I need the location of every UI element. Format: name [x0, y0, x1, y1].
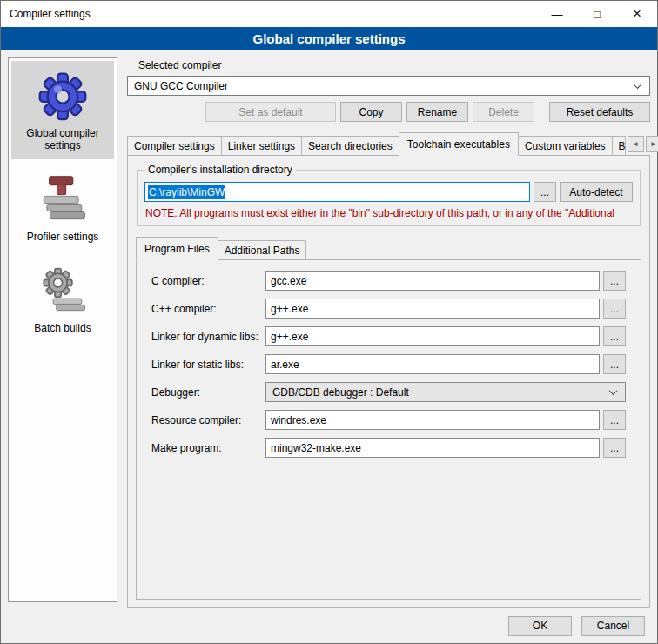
installation-directory-group: Compiler's installation directory C:\ray… — [137, 170, 641, 226]
program-files-section: Program Files Additional Paths C compile… — [136, 237, 641, 600]
close-icon[interactable]: × — [617, 1, 657, 27]
compiler-buttons-row: Set as default Copy Rename Delete Reset … — [127, 102, 650, 122]
toolchain-executables-panel: Compiler's installation directory C:\ray… — [127, 155, 650, 608]
maximize-icon[interactable]: □ — [577, 1, 617, 27]
tab-scroll-left-icon[interactable]: ◄ — [628, 136, 644, 152]
field-row-c-compiler: C compiler: ... — [151, 271, 626, 291]
page-title: Global compiler settings — [1, 27, 657, 50]
installation-directory-row: C:\raylib\MinGW ... Auto-detect — [144, 182, 633, 202]
rename-button[interactable]: Rename — [406, 102, 468, 122]
cancel-button[interactable]: Cancel — [581, 616, 645, 636]
sidebar: Global compiler settings Profiler settin… — [8, 57, 118, 602]
linker-dynamic-browse-button[interactable]: ... — [603, 326, 626, 346]
minimize-icon[interactable]: — — [537, 1, 577, 27]
field-row-linker-dynamic: Linker for dynamic libs: ... — [151, 326, 626, 346]
tab-toolchain-executables[interactable]: Toolchain executables — [399, 132, 519, 156]
linker-dynamic-label: Linker for dynamic libs: — [151, 331, 265, 343]
resource-compiler-input[interactable] — [265, 410, 600, 430]
linker-static-label: Linker for static libs: — [151, 359, 265, 371]
auto-detect-button[interactable]: Auto-detect — [560, 182, 633, 202]
reset-defaults-button[interactable]: Reset defaults — [549, 102, 650, 122]
field-row-debugger: Debugger: GDB/CDB debugger : Default — [151, 382, 626, 402]
selected-compiler-select[interactable]: GNU GCC Compiler — [127, 76, 650, 96]
main-tab-strip: Compiler settings Linker settings Search… — [127, 132, 650, 156]
selected-compiler-value: GNU GCC Compiler — [134, 80, 228, 92]
sidebar-item-batch-builds[interactable]: Batch builds — [11, 256, 114, 342]
c-compiler-browse-button[interactable]: ... — [603, 271, 626, 291]
blue-gear-icon — [37, 70, 88, 121]
field-row-cpp-compiler: C++ compiler: ... — [151, 299, 626, 319]
sidebar-item-label: Profiler settings — [27, 231, 99, 243]
copy-button[interactable]: Copy — [340, 102, 402, 122]
installation-note: NOTE: All programs must exist either in … — [145, 207, 633, 219]
main-area: Selected compiler GNU GCC Compiler Set a… — [127, 57, 650, 608]
gray-gears-icon — [37, 265, 88, 316]
field-row-make-program: Make program: ... — [151, 438, 626, 458]
tab-search-directories[interactable]: Search directories — [301, 136, 400, 156]
profiler-icon — [37, 174, 88, 225]
tab-scroll-arrows: ◄ ► — [625, 136, 658, 156]
resource-compiler-browse-button[interactable]: ... — [603, 410, 626, 430]
dialog-footer: OK Cancel — [1, 608, 657, 643]
subtab-program-files[interactable]: Program Files — [136, 237, 218, 260]
chevron-down-icon — [607, 386, 619, 399]
sidebar-item-label: Global compiler settings — [13, 127, 112, 151]
field-row-resource-compiler: Resource compiler: ... — [151, 410, 626, 430]
sub-tab-strip: Program Files Additional Paths — [136, 237, 641, 260]
make-program-input[interactable] — [265, 438, 600, 458]
sidebar-item-global-compiler-settings[interactable]: Global compiler settings — [11, 61, 114, 159]
resource-compiler-label: Resource compiler: — [151, 414, 265, 426]
c-compiler-input[interactable] — [265, 271, 600, 291]
tab-build-options[interactable]: Buil — [612, 136, 626, 156]
tab-scroll-right-icon[interactable]: ► — [646, 136, 658, 152]
tab-compiler-settings[interactable]: Compiler settings — [127, 136, 222, 156]
linker-dynamic-input[interactable] — [265, 326, 600, 346]
c-compiler-label: C compiler: — [151, 275, 265, 287]
installation-directory-group-title: Compiler's installation directory — [144, 164, 296, 176]
window-title: Compiler settings — [1, 8, 537, 20]
field-row-linker-static: Linker for static libs: ... — [151, 354, 626, 374]
tab-custom-variables[interactable]: Custom variables — [518, 136, 613, 156]
make-program-label: Make program: — [151, 442, 265, 454]
installation-directory-value: C:\raylib\MinGW — [148, 185, 225, 199]
installation-directory-browse-button[interactable]: ... — [534, 182, 556, 202]
selected-compiler-label: Selected compiler — [138, 59, 650, 71]
linker-static-browse-button[interactable]: ... — [603, 354, 626, 374]
window-controls: — □ × — [537, 1, 657, 27]
delete-button[interactable]: Delete — [473, 102, 534, 122]
program-files-panel: C compiler: ... C++ compiler: ... Linker… — [136, 259, 641, 600]
set-as-default-button[interactable]: Set as default — [205, 102, 336, 122]
content: Global compiler settings Profiler settin… — [1, 50, 657, 608]
subtab-additional-paths[interactable]: Additional Paths — [218, 240, 307, 260]
tab-linker-settings[interactable]: Linker settings — [221, 136, 302, 156]
ok-button[interactable]: OK — [508, 616, 572, 636]
debugger-value: GDB/CDB debugger : Default — [272, 386, 409, 399]
cpp-compiler-label: C++ compiler: — [151, 303, 265, 315]
linker-static-input[interactable] — [265, 354, 600, 374]
chevron-down-icon — [631, 80, 643, 92]
cpp-compiler-input[interactable] — [265, 299, 600, 319]
sidebar-item-label: Batch builds — [34, 322, 91, 334]
make-program-browse-button[interactable]: ... — [603, 438, 626, 458]
installation-directory-input[interactable]: C:\raylib\MinGW — [144, 182, 530, 202]
sidebar-item-profiler-settings[interactable]: Profiler settings — [11, 164, 114, 251]
debugger-select[interactable]: GDB/CDB debugger : Default — [265, 382, 626, 402]
titlebar: Compiler settings — □ × — [1, 1, 657, 27]
compiler-settings-window: Compiler settings — □ × Global compiler … — [0, 0, 658, 644]
cpp-compiler-browse-button[interactable]: ... — [603, 299, 626, 319]
debugger-label: Debugger: — [151, 386, 265, 399]
